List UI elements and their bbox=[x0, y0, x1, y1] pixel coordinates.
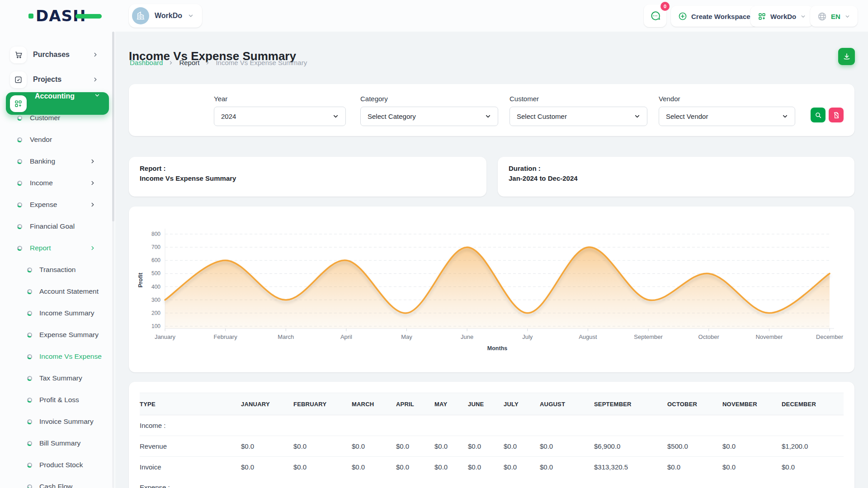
bullet-donut-icon bbox=[17, 116, 22, 121]
filter-label-customer: Customer bbox=[509, 95, 647, 103]
sidebar-item-account-statement[interactable]: Account Statement bbox=[0, 281, 113, 302]
vendor-select[interactable]: Select Vendor bbox=[659, 107, 795, 126]
duration-summary-card: Duration : Jan-2024 to Dec-2024 bbox=[498, 157, 854, 197]
cell-invoice-june: $0.0 bbox=[468, 457, 504, 478]
sidebar-item-expense[interactable]: Expense bbox=[0, 194, 113, 216]
sidebar-item-income-vs-expense[interactable]: Income Vs Expense bbox=[0, 346, 113, 367]
sidebar-item-product-stock[interactable]: Product Stock bbox=[0, 454, 113, 476]
sidebar-item-profit-loss[interactable]: Profit & Loss bbox=[0, 389, 113, 411]
brand-logo[interactable]: DASH bbox=[28, 6, 119, 25]
customer-select[interactable]: Select Customer bbox=[509, 107, 647, 126]
cart-icon bbox=[10, 47, 27, 63]
section-label: Income : bbox=[140, 415, 844, 436]
category-select[interactable]: Select Category bbox=[360, 107, 498, 126]
sidebar-item-label: Banking bbox=[30, 157, 55, 165]
bullet-donut-icon bbox=[27, 484, 32, 488]
bullet-donut-icon bbox=[17, 159, 22, 164]
sidebar-item-purchases[interactable]: Purchases bbox=[0, 43, 113, 66]
y-tick-label: 200 bbox=[151, 310, 160, 316]
sidebar-item-tax-summary[interactable]: Tax Summary bbox=[0, 367, 113, 389]
sidebar-item-customer[interactable]: Customer bbox=[0, 107, 113, 129]
breadcrumb-separator-icon bbox=[205, 60, 210, 66]
bullet-donut-icon bbox=[27, 441, 32, 446]
sidebar-item-expense-summary[interactable]: Expense Summary bbox=[0, 324, 113, 346]
sidebar-item-projects[interactable]: Projects bbox=[0, 68, 113, 91]
search-icon bbox=[815, 112, 822, 119]
x-tick-label: December bbox=[816, 333, 844, 340]
workdo-menu-button[interactable]: WorkDo bbox=[750, 6, 813, 27]
chevron-right-icon bbox=[92, 76, 99, 83]
duration-value: Jan-2024 to Dec-2024 bbox=[509, 174, 844, 182]
sidebar-item-financial-goal[interactable]: Financial Goal bbox=[0, 216, 113, 237]
column-header-type: TYPE bbox=[140, 393, 241, 415]
cell-revenue-october: $500.0 bbox=[667, 436, 722, 457]
reset-filter-button[interactable] bbox=[829, 108, 844, 122]
y-tick-label: 400 bbox=[151, 284, 160, 290]
column-header-september: SEPTEMBER bbox=[594, 393, 667, 415]
column-header-december: DECEMBER bbox=[782, 393, 844, 415]
language-selector[interactable]: EN bbox=[810, 6, 858, 27]
sidebar-item-label: Vendor bbox=[30, 136, 52, 144]
profit-area-chart: 100200300400500600700800JanuaryFebruaryM… bbox=[129, 206, 854, 372]
chevron-down-icon bbox=[332, 113, 339, 120]
y-tick-label: 600 bbox=[151, 257, 160, 263]
sidebar-item-invoice-summary[interactable]: Invoice Summary bbox=[0, 411, 113, 432]
sidebar-item-cash-flow[interactable]: Cash Flow bbox=[0, 476, 113, 488]
x-tick-label: September bbox=[634, 333, 663, 340]
table-row-revenue: Revenue$0.0$0.0$0.0$0.0$0.0$0.0$0.0$0.0$… bbox=[140, 436, 844, 457]
sidebar-item-income-summary[interactable]: Income Summary bbox=[0, 302, 113, 324]
create-workspace-button[interactable]: Create Workspace bbox=[671, 6, 758, 27]
globe-icon bbox=[817, 12, 827, 21]
messages-button[interactable]: 0 bbox=[644, 5, 666, 27]
create-workspace-label: Create Workspace bbox=[691, 13, 750, 20]
year-select[interactable]: 2024 bbox=[214, 107, 346, 126]
building-icon bbox=[136, 11, 146, 21]
table-header-row: TYPEJANUARYFEBRUARYMARCHAPRILMAYJUNEJULY… bbox=[140, 393, 844, 415]
bullet-donut-icon bbox=[27, 311, 32, 316]
x-tick-label: October bbox=[698, 333, 720, 340]
breadcrumb-item-1[interactable]: Dashboard bbox=[130, 59, 163, 66]
sidebar-item-label: Income bbox=[30, 179, 53, 187]
bullet-donut-icon bbox=[27, 419, 32, 424]
table-header: TYPEJANUARYFEBRUARYMARCHAPRILMAYJUNEJULY… bbox=[140, 393, 844, 415]
cell-invoice-september: $313,320.5 bbox=[594, 457, 667, 478]
chevron-down-icon bbox=[844, 14, 850, 19]
sidebar-item-bill-summary[interactable]: Bill Summary bbox=[0, 432, 113, 454]
download-report-button[interactable] bbox=[838, 48, 855, 65]
customer-selected-value: Select Customer bbox=[517, 113, 567, 120]
cell-invoice-february: $0.0 bbox=[293, 457, 352, 478]
x-axis-title: Months bbox=[487, 345, 507, 352]
chat-icon bbox=[649, 10, 661, 22]
bullet-donut-icon bbox=[17, 224, 22, 229]
filter-label-category: Category bbox=[360, 95, 498, 103]
sidebar-item-transaction[interactable]: Transaction bbox=[0, 259, 113, 281]
apply-filter-button[interactable] bbox=[811, 108, 826, 122]
cell-invoice-july: $0.0 bbox=[504, 457, 540, 478]
filter-field-category: CategorySelect Category bbox=[360, 95, 498, 126]
column-header-april: APRIL bbox=[396, 393, 434, 415]
bullet-donut-icon bbox=[17, 246, 22, 251]
income-expense-table: TYPEJANUARYFEBRUARYMARCHAPRILMAYJUNEJULY… bbox=[140, 393, 844, 488]
sidebar-item-vendor[interactable]: Vendor bbox=[0, 129, 113, 150]
sidebar-item-label: Accounting bbox=[35, 92, 75, 100]
column-header-august: AUGUST bbox=[540, 393, 594, 415]
sidebar-item-label: Customer bbox=[30, 114, 60, 122]
column-header-march: MARCH bbox=[352, 393, 396, 415]
breadcrumb-item-2[interactable]: Report bbox=[179, 59, 199, 66]
chevron-down-icon bbox=[634, 113, 641, 120]
sidebar-item-label: Invoice Summary bbox=[39, 418, 94, 426]
x-tick-label: May bbox=[401, 333, 412, 340]
sidebar-item-label: Projects bbox=[33, 75, 61, 84]
x-tick-label: January bbox=[155, 333, 176, 340]
chevron-right-icon bbox=[92, 52, 99, 58]
vendor-selected-value: Select Vendor bbox=[666, 113, 708, 120]
sidebar-item-income[interactable]: Income bbox=[0, 172, 113, 194]
sidebar-item-report[interactable]: Report bbox=[0, 237, 113, 259]
workspace-switcher[interactable]: WorkDo bbox=[129, 4, 202, 28]
file-slash-icon bbox=[833, 112, 840, 119]
x-tick-label: February bbox=[214, 333, 238, 340]
column-header-may: MAY bbox=[434, 393, 468, 415]
y-tick-label: 100 bbox=[151, 323, 160, 329]
sidebar-item-banking[interactable]: Banking bbox=[0, 150, 113, 172]
cell-revenue-january: $0.0 bbox=[241, 436, 293, 457]
